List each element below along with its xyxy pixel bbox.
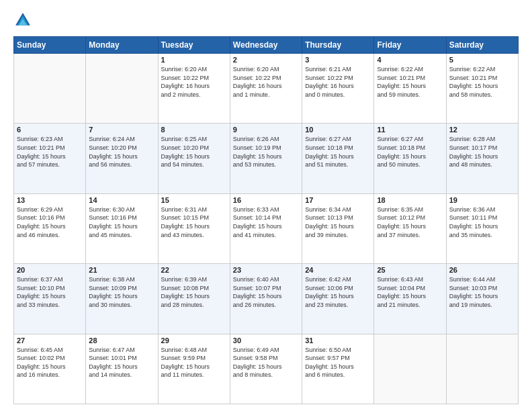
- table-row: 21Sunrise: 6:38 AM Sunset: 10:09 PM Dayl…: [86, 264, 158, 334]
- table-row: 10Sunrise: 6:27 AM Sunset: 10:18 PM Dayl…: [302, 124, 374, 193]
- table-row: 31Sunrise: 6:50 AM Sunset: 9:57 PM Dayli…: [302, 334, 374, 404]
- day-info: Sunrise: 6:22 AM Sunset: 10:21 PM Daylig…: [449, 65, 515, 99]
- table-row: 9Sunrise: 6:26 AM Sunset: 10:19 PM Dayli…: [230, 124, 302, 193]
- week-row-3: 13Sunrise: 6:29 AM Sunset: 10:16 PM Dayl…: [14, 193, 519, 263]
- day-info: Sunrise: 6:42 AM Sunset: 10:06 PM Daylig…: [305, 275, 371, 309]
- table-row: [14, 54, 86, 124]
- day-number: 7: [89, 126, 154, 134]
- weekday-monday: Monday: [86, 37, 158, 54]
- table-row: 17Sunrise: 6:34 AM Sunset: 10:13 PM Dayl…: [302, 193, 374, 263]
- logo-icon: [13, 11, 32, 30]
- table-row: 23Sunrise: 6:40 AM Sunset: 10:07 PM Dayl…: [230, 264, 302, 334]
- day-info: Sunrise: 6:33 AM Sunset: 10:14 PM Daylig…: [233, 205, 299, 239]
- weekday-friday: Friday: [374, 37, 446, 54]
- header: [13, 11, 519, 30]
- table-row: 11Sunrise: 6:27 AM Sunset: 10:18 PM Dayl…: [374, 124, 446, 193]
- day-info: Sunrise: 6:25 AM Sunset: 10:20 PM Daylig…: [161, 135, 227, 169]
- day-number: 17: [305, 196, 371, 204]
- calendar-header: SundayMondayTuesdayWednesdayThursdayFrid…: [14, 37, 519, 54]
- page: SundayMondayTuesdayWednesdayThursdayFrid…: [0, 0, 532, 411]
- day-number: 25: [377, 266, 443, 274]
- day-info: Sunrise: 6:35 AM Sunset: 10:12 PM Daylig…: [377, 205, 443, 239]
- day-number: 21: [89, 266, 154, 274]
- day-info: Sunrise: 6:27 AM Sunset: 10:18 PM Daylig…: [377, 135, 443, 169]
- day-info: Sunrise: 6:30 AM Sunset: 10:16 PM Daylig…: [89, 205, 154, 239]
- day-info: Sunrise: 6:49 AM Sunset: 9:58 PM Dayligh…: [233, 346, 299, 379]
- table-row: 16Sunrise: 6:33 AM Sunset: 10:14 PM Dayl…: [230, 193, 302, 263]
- table-row: 28Sunrise: 6:47 AM Sunset: 10:01 PM Dayl…: [86, 334, 158, 404]
- day-number: 20: [17, 266, 83, 274]
- day-info: Sunrise: 6:28 AM Sunset: 10:17 PM Daylig…: [449, 135, 515, 169]
- day-number: 9: [233, 126, 299, 134]
- table-row: 12Sunrise: 6:28 AM Sunset: 10:17 PM Dayl…: [446, 124, 518, 193]
- table-row: 20Sunrise: 6:37 AM Sunset: 10:10 PM Dayl…: [14, 264, 86, 334]
- day-info: Sunrise: 6:34 AM Sunset: 10:13 PM Daylig…: [305, 205, 371, 239]
- table-row: 4Sunrise: 6:22 AM Sunset: 10:21 PM Dayli…: [374, 54, 446, 124]
- day-info: Sunrise: 6:20 AM Sunset: 10:22 PM Daylig…: [233, 65, 299, 99]
- table-row: 13Sunrise: 6:29 AM Sunset: 10:16 PM Dayl…: [14, 193, 86, 263]
- day-info: Sunrise: 6:24 AM Sunset: 10:20 PM Daylig…: [89, 135, 154, 169]
- day-number: 12: [449, 126, 515, 134]
- logo: [13, 11, 35, 30]
- weekday-tuesday: Tuesday: [158, 37, 230, 54]
- day-info: Sunrise: 6:23 AM Sunset: 10:21 PM Daylig…: [17, 135, 83, 169]
- day-number: 10: [305, 126, 371, 134]
- day-number: 15: [161, 196, 227, 204]
- day-number: 31: [305, 336, 371, 345]
- day-info: Sunrise: 6:31 AM Sunset: 10:15 PM Daylig…: [161, 205, 227, 239]
- table-row: 19Sunrise: 6:36 AM Sunset: 10:11 PM Dayl…: [446, 193, 518, 263]
- table-row: 1Sunrise: 6:20 AM Sunset: 10:22 PM Dayli…: [158, 54, 230, 124]
- day-info: Sunrise: 6:20 AM Sunset: 10:22 PM Daylig…: [161, 65, 227, 99]
- week-row-4: 20Sunrise: 6:37 AM Sunset: 10:10 PM Dayl…: [14, 264, 519, 334]
- day-info: Sunrise: 6:44 AM Sunset: 10:03 PM Daylig…: [449, 275, 515, 309]
- day-number: 23: [233, 266, 299, 274]
- day-info: Sunrise: 6:38 AM Sunset: 10:09 PM Daylig…: [89, 275, 154, 309]
- day-info: Sunrise: 6:45 AM Sunset: 10:02 PM Daylig…: [17, 346, 83, 379]
- day-number: 28: [89, 336, 154, 345]
- table-row: [374, 334, 446, 404]
- table-row: 6Sunrise: 6:23 AM Sunset: 10:21 PM Dayli…: [14, 124, 86, 193]
- table-row: 15Sunrise: 6:31 AM Sunset: 10:15 PM Dayl…: [158, 193, 230, 263]
- day-info: Sunrise: 6:21 AM Sunset: 10:22 PM Daylig…: [305, 65, 371, 99]
- table-row: 26Sunrise: 6:44 AM Sunset: 10:03 PM Dayl…: [446, 264, 518, 334]
- day-info: Sunrise: 6:50 AM Sunset: 9:57 PM Dayligh…: [305, 346, 371, 379]
- day-info: Sunrise: 6:29 AM Sunset: 10:16 PM Daylig…: [17, 205, 83, 239]
- day-info: Sunrise: 6:48 AM Sunset: 9:59 PM Dayligh…: [161, 346, 227, 379]
- day-info: Sunrise: 6:40 AM Sunset: 10:07 PM Daylig…: [233, 275, 299, 309]
- table-row: 24Sunrise: 6:42 AM Sunset: 10:06 PM Dayl…: [302, 264, 374, 334]
- table-row: 5Sunrise: 6:22 AM Sunset: 10:21 PM Dayli…: [446, 54, 518, 124]
- day-number: 29: [161, 336, 227, 345]
- weekday-wednesday: Wednesday: [230, 37, 302, 54]
- table-row: 18Sunrise: 6:35 AM Sunset: 10:12 PM Dayl…: [374, 193, 446, 263]
- day-info: Sunrise: 6:43 AM Sunset: 10:04 PM Daylig…: [377, 275, 443, 309]
- day-number: 22: [161, 266, 227, 274]
- day-number: 18: [377, 196, 443, 204]
- table-row: 22Sunrise: 6:39 AM Sunset: 10:08 PM Dayl…: [158, 264, 230, 334]
- day-info: Sunrise: 6:26 AM Sunset: 10:19 PM Daylig…: [233, 135, 299, 169]
- day-number: 3: [305, 56, 371, 64]
- day-number: 16: [233, 196, 299, 204]
- table-row: 7Sunrise: 6:24 AM Sunset: 10:20 PM Dayli…: [86, 124, 158, 193]
- table-row: [446, 334, 518, 404]
- day-number: 14: [89, 196, 154, 204]
- day-number: 4: [377, 56, 443, 64]
- day-info: Sunrise: 6:36 AM Sunset: 10:11 PM Daylig…: [449, 205, 515, 239]
- table-row: 3Sunrise: 6:21 AM Sunset: 10:22 PM Dayli…: [302, 54, 374, 124]
- week-row-5: 27Sunrise: 6:45 AM Sunset: 10:02 PM Dayl…: [14, 334, 519, 404]
- weekday-thursday: Thursday: [302, 37, 374, 54]
- day-info: Sunrise: 6:39 AM Sunset: 10:08 PM Daylig…: [161, 275, 227, 309]
- weekday-row: SundayMondayTuesdayWednesdayThursdayFrid…: [14, 37, 519, 54]
- day-number: 11: [377, 126, 443, 134]
- calendar-body: 1Sunrise: 6:20 AM Sunset: 10:22 PM Dayli…: [14, 54, 519, 404]
- table-row: 29Sunrise: 6:48 AM Sunset: 9:59 PM Dayli…: [158, 334, 230, 404]
- table-row: [86, 54, 158, 124]
- day-number: 19: [449, 196, 515, 204]
- day-number: 26: [449, 266, 515, 274]
- day-number: 13: [17, 196, 83, 204]
- day-info: Sunrise: 6:47 AM Sunset: 10:01 PM Daylig…: [89, 346, 154, 379]
- day-info: Sunrise: 6:22 AM Sunset: 10:21 PM Daylig…: [377, 65, 443, 99]
- table-row: 25Sunrise: 6:43 AM Sunset: 10:04 PM Dayl…: [374, 264, 446, 334]
- day-number: 30: [233, 336, 299, 345]
- table-row: 27Sunrise: 6:45 AM Sunset: 10:02 PM Dayl…: [14, 334, 86, 404]
- table-row: 14Sunrise: 6:30 AM Sunset: 10:16 PM Dayl…: [86, 193, 158, 263]
